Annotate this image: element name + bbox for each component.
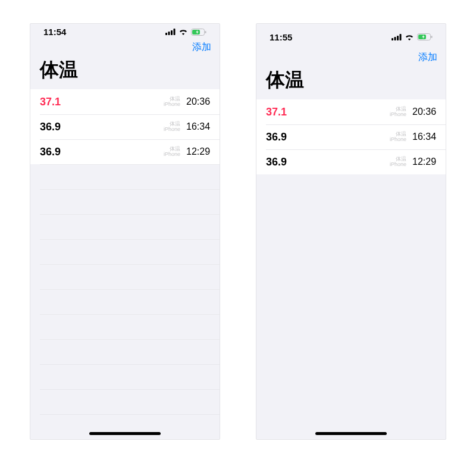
status-bar: 11:55 — [256, 24, 446, 50]
row-meta-source: iPhone — [164, 152, 180, 157]
row-time: 12:29 — [186, 146, 220, 157]
home-indicator[interactable] — [315, 432, 387, 435]
temperature-value: 36.9 — [40, 146, 164, 158]
svg-rect-1 — [168, 32, 170, 35]
row-time: 12:29 — [412, 157, 446, 167]
battery-charging-icon — [191, 29, 206, 36]
cellular-signal-icon — [392, 34, 402, 40]
table-row[interactable]: 36.9体温iPhone16:34 — [30, 114, 220, 139]
temperature-value: 37.1 — [266, 106, 390, 118]
status-icons — [165, 29, 206, 36]
row-source: 体温iPhone — [390, 132, 412, 143]
blank-row — [30, 314, 220, 339]
svg-rect-2 — [171, 30, 173, 35]
row-source: 体温iPhone — [164, 121, 186, 133]
status-time: 11:55 — [270, 32, 292, 42]
row-time: 16:34 — [186, 121, 220, 132]
table-row[interactable]: 37.1体温iPhone20:36 — [30, 89, 220, 114]
table-row[interactable]: 36.9体温iPhone12:29 — [30, 139, 220, 164]
row-meta-source: iPhone — [164, 102, 180, 107]
temperature-value: 36.9 — [266, 131, 390, 143]
svg-rect-9 — [397, 36, 399, 40]
blank-row — [30, 389, 220, 414]
blank-row — [30, 239, 220, 264]
empty-rows — [30, 164, 220, 439]
svg-rect-5 — [192, 30, 200, 35]
blank-row — [30, 189, 220, 214]
status-icons — [392, 33, 433, 40]
table-row[interactable]: 36.9体温iPhone12:29 — [256, 149, 446, 174]
data-list: 37.1体温iPhone20:3636.9体温iPhone16:3436.9体温… — [256, 99, 446, 174]
svg-rect-13 — [431, 36, 433, 38]
row-source: 体温iPhone — [390, 107, 412, 118]
svg-rect-12 — [418, 35, 426, 39]
empty-rows — [256, 174, 446, 439]
temperature-value: 36.9 — [40, 121, 164, 133]
row-meta-source: iPhone — [164, 127, 180, 132]
wifi-icon — [405, 34, 414, 40]
blank-row — [30, 164, 220, 189]
wifi-icon — [178, 29, 188, 35]
status-time: 11:54 — [43, 27, 66, 37]
svg-rect-8 — [394, 37, 396, 40]
blank-row — [30, 364, 220, 389]
cellular-signal-icon — [165, 29, 176, 35]
blank-row — [30, 264, 220, 289]
svg-rect-6 — [205, 31, 206, 33]
blank-row — [30, 414, 220, 439]
row-meta-source: iPhone — [390, 112, 406, 117]
svg-rect-0 — [165, 33, 167, 35]
temperature-value: 37.1 — [40, 96, 164, 108]
battery-charging-icon — [417, 33, 433, 40]
row-source: 体温iPhone — [164, 96, 186, 108]
row-time: 16:34 — [412, 132, 446, 142]
svg-rect-7 — [392, 38, 393, 40]
status-bar: 11:54 — [30, 24, 220, 40]
row-meta-source: iPhone — [390, 162, 406, 167]
add-button[interactable]: 添加 — [192, 41, 211, 54]
svg-rect-10 — [400, 34, 402, 40]
blank-row — [30, 339, 220, 364]
nav-bar: 添加 — [30, 40, 220, 56]
nav-bar: 添加 — [256, 50, 446, 66]
page-title: 体温 — [256, 66, 446, 99]
svg-rect-3 — [174, 29, 176, 35]
add-button[interactable]: 添加 — [418, 51, 437, 64]
page-title: 体温 — [30, 56, 220, 89]
row-time: 20:36 — [412, 107, 446, 117]
table-row[interactable]: 37.1体温iPhone20:36 — [256, 99, 446, 124]
phone-screen-right: 11:55 添加 体温 37.1体温iPhone20:3636.9体温iPhon… — [256, 23, 446, 440]
row-meta-source: iPhone — [390, 137, 406, 142]
row-source: 体温iPhone — [390, 157, 412, 168]
data-list: 37.1体温iPhone20:3636.9体温iPhone16:3436.9体温… — [30, 89, 220, 164]
table-row[interactable]: 36.9体温iPhone16:34 — [256, 124, 446, 149]
home-indicator[interactable] — [89, 432, 161, 435]
temperature-value: 36.9 — [266, 156, 390, 168]
phone-screen-left: 11:54 添加 体温 37.1体温iPhone20:3636.9体温iPhon… — [30, 23, 220, 440]
row-source: 体温iPhone — [164, 146, 186, 158]
blank-row — [30, 214, 220, 239]
blank-row — [30, 289, 220, 314]
row-time: 20:36 — [186, 96, 220, 107]
